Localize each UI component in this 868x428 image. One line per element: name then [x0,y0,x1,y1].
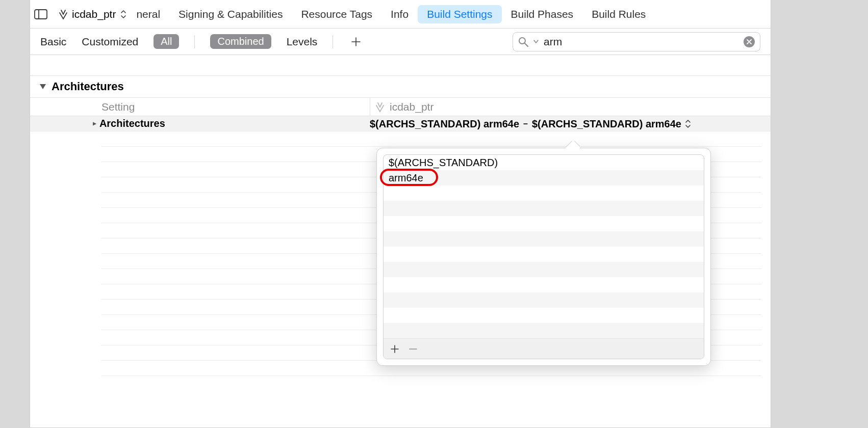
list-item[interactable] [384,308,704,323]
architectures-value-popover: $(ARCHS_STANDARD) arm64e [376,148,711,366]
tab-info[interactable]: Info [381,5,418,23]
list-item[interactable] [384,247,704,262]
list-item[interactable] [384,277,704,292]
filter-combined-pill[interactable]: Combined [210,34,271,49]
list-item[interactable] [384,262,704,277]
editor-tab-bar: icdab_ptr neral Signing & Capabilities R… [30,0,771,29]
list-item[interactable] [384,201,704,216]
resolved-value: $(ARCHS_STANDARD) arm64e [370,118,519,130]
setting-value-cell[interactable]: $(ARCHS_STANDARD) arm64e – $(ARCHS_STAND… [370,116,761,131]
tab-resource-tags[interactable]: Resource Tags [292,5,381,23]
up-down-chevron-icon [121,10,126,19]
tab-build-phases[interactable]: Build Phases [502,5,583,23]
project-target-selector[interactable]: icdab_ptr [58,8,126,20]
filter-basic[interactable]: Basic [40,36,66,48]
tab-build-rules[interactable]: Build Rules [582,5,655,23]
column-headers: Setting icdab_ptr [30,98,771,116]
up-down-chevron-icon [685,119,691,128]
effective-value: $(ARCHS_STANDARD) arm64e [532,118,681,130]
list-item[interactable] [384,292,704,308]
search-icon [518,37,528,47]
svg-rect-0 [35,10,47,19]
list-item[interactable]: arm64e [384,170,704,185]
app-target-icon [58,9,69,20]
list-item[interactable] [384,216,704,231]
list-item[interactable] [384,185,704,201]
editor-tabs: neral Signing & Capabilities Resource Ta… [134,5,767,23]
popover-footer [384,338,704,359]
architectures-list[interactable]: $(ARCHS_STANDARD) arm64e [384,155,704,338]
popover-arrow [566,141,580,148]
section-architectures-header[interactable]: Architectures [30,75,771,98]
disclosure-triangle-icon [39,84,46,90]
filter-all-pill[interactable]: All [154,34,179,49]
add-setting-button[interactable] [348,37,364,46]
value-separator: – [523,119,528,128]
tab-signing-capabilities[interactable]: Signing & Capabilities [169,5,292,23]
toggle-left-panel-button[interactable] [34,9,47,20]
filter-levels[interactable]: Levels [287,36,318,48]
project-name: icdab_ptr [72,8,116,20]
clear-search-button[interactable] [744,36,755,47]
list-item[interactable] [384,231,704,247]
column-target-header: icdab_ptr [370,98,771,116]
list-item[interactable]: $(ARCHS_STANDARD) [384,155,704,170]
divider [333,35,333,48]
column-setting-header: Setting [30,101,370,113]
filter-customized[interactable]: Customized [82,36,138,48]
svg-line-3 [525,43,528,46]
list-item[interactable] [384,323,704,338]
setting-name: Architectures [99,118,165,129]
disclosure-triangle-icon: ▼ [91,121,98,127]
section-title: Architectures [52,80,124,93]
chevron-down-icon[interactable] [533,40,539,44]
add-item-button[interactable] [389,345,401,353]
tab-build-settings[interactable]: Build Settings [418,5,501,23]
svg-point-2 [519,38,525,44]
app-target-icon [374,101,386,113]
divider [194,35,195,48]
popover-inner: $(ARCHS_STANDARD) arm64e [383,154,704,359]
search-input[interactable] [544,36,738,48]
settings-search-box[interactable] [513,32,760,51]
remove-item-button[interactable] [407,345,419,353]
tab-general-partial[interactable]: neral [134,5,169,23]
target-name: icdab_ptr [390,101,433,113]
build-settings-filter-bar: Basic Customized All Combined Levels [30,29,771,55]
